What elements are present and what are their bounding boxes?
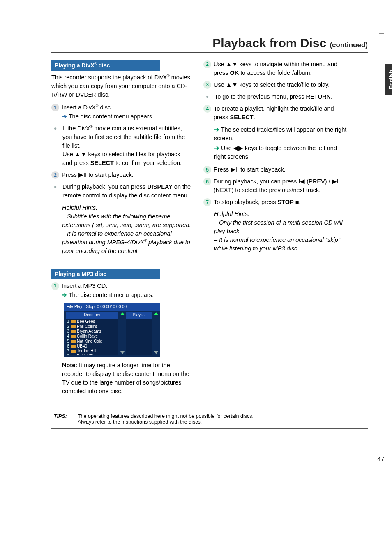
divx-step1-arrow: The disc content menu appears. [67, 113, 154, 120]
r-bullet-b: RETURN [306, 93, 330, 100]
page-title: Playback from Disc (continued) [212, 36, 368, 50]
ss-header-a: File Play - Stop [67, 304, 95, 310]
ss-header: File Play - Stop 0:00:00/ 0:00:00 [64, 303, 160, 311]
r-step3-b: keys to select the track/file to play. [238, 81, 330, 88]
r-step2-c: OK [230, 70, 239, 76]
ss-file-row: 7Jordan Hill [66, 349, 118, 354]
file-play-screenshot: File Play - Stop 0:00:00/ 0:00:00 Direct… [64, 303, 160, 357]
tips-line2: Always refer to the instructions supplie… [78, 419, 202, 425]
arrow-icon: ➔ [62, 113, 67, 120]
r-step4-c: . [254, 114, 255, 121]
play-pause-icon: ▶II [231, 166, 239, 173]
ss-file-row: 8Faith Hill [66, 354, 118, 355]
crop-mark-tr [379, 33, 384, 34]
ss-file-row: 3Bryan Adams [66, 329, 118, 334]
mp3-note: Note: It may require a longer time for t… [62, 361, 191, 396]
step-number-6: 6 [203, 178, 211, 185]
r-step4-arr2a: Use [219, 145, 233, 151]
r-bullet-a: To go to the previous menu, press [214, 93, 306, 100]
r-step-4: 4 To create a playlist, highlight the tr… [203, 104, 347, 122]
ss-playlist-label: Playlist [126, 312, 152, 319]
r-bullet-c: . [331, 93, 332, 100]
ss-file-list: 1Bee Gees2Phil Collins3Bryan Adams4Colli… [66, 319, 118, 355]
scroll-down-icon [154, 351, 158, 354]
ss-file-row: 5Nat King Cole [66, 339, 118, 344]
divx-step2-b: to start playback. [87, 172, 134, 178]
mp3-note-label: Note: [62, 362, 77, 369]
prev-track-icon: I◀ [298, 178, 305, 185]
language-tab: English [385, 64, 392, 95]
r-step-5: 5 Press ▶II to start playback. [203, 165, 347, 174]
r-hints-1: – Only the first session of a multi-sess… [214, 219, 343, 234]
ss-file-row: 1Bee Gees [66, 319, 118, 324]
r-step2-a: Use [214, 61, 226, 67]
title-main: Playback from Disc [212, 36, 330, 50]
up-down-icon: ▲▼ [226, 81, 238, 88]
r-step4-arrow2: ➔ Use ◀▶ keys to toggle between the left… [214, 144, 347, 161]
divx-bullet-3c: SELECT [90, 160, 114, 166]
crop-mark-tl [29, 9, 38, 18]
step-number-2: 2 [203, 60, 211, 68]
r-step5-a: Press [214, 166, 231, 173]
up-down-icon: ▲▼ [226, 61, 238, 67]
ss-header-b: 0:00:00/ 0:00:00 [97, 304, 127, 310]
step-number-2: 2 [51, 171, 59, 179]
r-step6-c: (NEXT) to select the previous/next track… [214, 187, 321, 193]
r-bullet-return: To go to the previous menu, press RETURN… [203, 93, 347, 101]
r-hints-2: – It is normal to experience an occasion… [214, 236, 340, 252]
r-step7-a: To stop playback, press [214, 199, 278, 205]
heading-divx: Playing a DivX® disc [51, 60, 160, 71]
ss-directory-label: Directory [66, 312, 118, 319]
divx-bullet2-b: DISPLAY [147, 183, 173, 190]
tips-text: The operating features described here mi… [78, 413, 254, 425]
r-step4-arr1-text: The selected tracks/files will appear on… [214, 126, 346, 141]
divx-hints-1: – Subtitle files with the following file… [62, 213, 191, 228]
divx-step-2: 2 Press ▶II to start playback. [51, 171, 191, 179]
step-number-1: 1 [51, 282, 59, 290]
r-hints-head: Helpful Hints: [214, 211, 249, 217]
step-number-3: 3 [203, 81, 211, 89]
r-step6-a: During playback, you can press [214, 178, 298, 185]
ss-file-row: 4Collin Raye [66, 334, 118, 339]
r-step2-d: to access the folder/album. [239, 70, 311, 76]
divx-step1-a: Insert a DivX [62, 104, 96, 111]
divx-step2-a: Press [62, 172, 78, 178]
divx-hints-head: Helpful Hints: [62, 204, 97, 211]
r-step-7: 7 To stop playback, press STOP ■. [203, 198, 347, 206]
r-step3-a: Use [214, 81, 226, 88]
divx-bullet2-a: During playback, you can press [62, 183, 147, 190]
divx-intro-1: This recorder supports the playback of D… [51, 74, 167, 81]
r-step7-b: STOP [278, 199, 294, 205]
ss-file-row: 2Phil Collins [66, 324, 118, 329]
divx-intro: This recorder supports the playback of D… [51, 73, 191, 99]
crop-mark-br [379, 529, 384, 529]
ss-scrollbar-2 [154, 312, 158, 355]
tips-line1: The operating features described here mi… [78, 413, 254, 419]
r-hints: Helpful Hints: – Only the first session … [214, 210, 347, 253]
page-content: Playback from Disc (continued) English P… [51, 36, 368, 429]
r-step-6: 6 During playback, you can press I◀ (PRE… [203, 177, 347, 195]
divx-bullet-display: During playback, you can press DISPLAY o… [51, 183, 191, 200]
divx-bullet-3a: Use [62, 151, 75, 158]
stop-icon: ■ [295, 199, 299, 205]
divx-bullet-3d: to confirm your selection. [114, 160, 182, 166]
crop-mark-bl [29, 536, 38, 545]
scroll-up-icon [154, 312, 158, 315]
play-pause-icon: ▶II [78, 172, 87, 178]
left-right-icon: ◀▶ [233, 145, 243, 151]
scroll-down-icon [120, 351, 125, 354]
r-step4-b: SELECT [230, 114, 254, 121]
scroll-up-icon [120, 312, 125, 315]
mp3-note-text: It may require a longer time for the rec… [62, 362, 189, 394]
mp3-step-1: 1 Insert a MP3 CD. ➔ The disc content me… [51, 282, 191, 299]
mp3-step1-arrow: The disc content menu appears. [67, 292, 154, 298]
title-row: Playback from Disc (continued) [51, 36, 368, 53]
arrow-icon: ➔ [62, 291, 67, 298]
page-number: 47 [377, 455, 384, 462]
step-number-4: 4 [203, 105, 211, 113]
step-number-5: 5 [203, 166, 211, 174]
tips-label: TIPS: [54, 413, 67, 425]
ss-scrollbar-1 [120, 312, 125, 355]
next-track-icon: ▶I [332, 178, 339, 185]
ss-file-row: 6UB40 [66, 344, 118, 349]
